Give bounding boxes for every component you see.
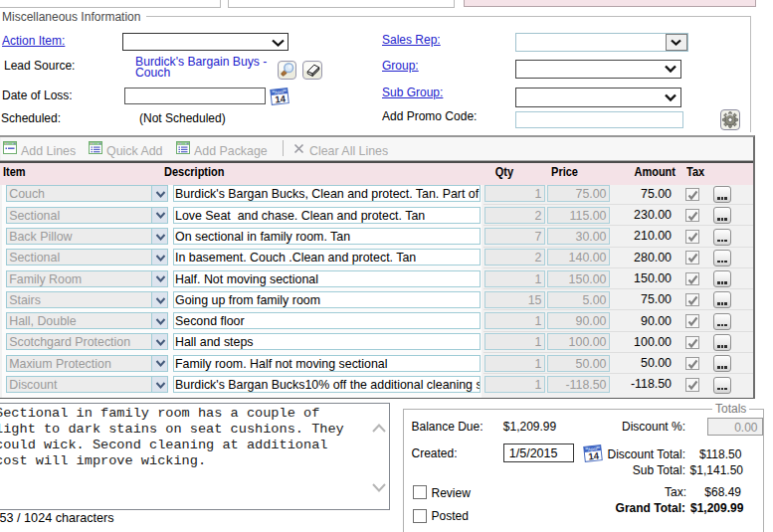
svg-text:14: 14	[275, 92, 287, 104]
